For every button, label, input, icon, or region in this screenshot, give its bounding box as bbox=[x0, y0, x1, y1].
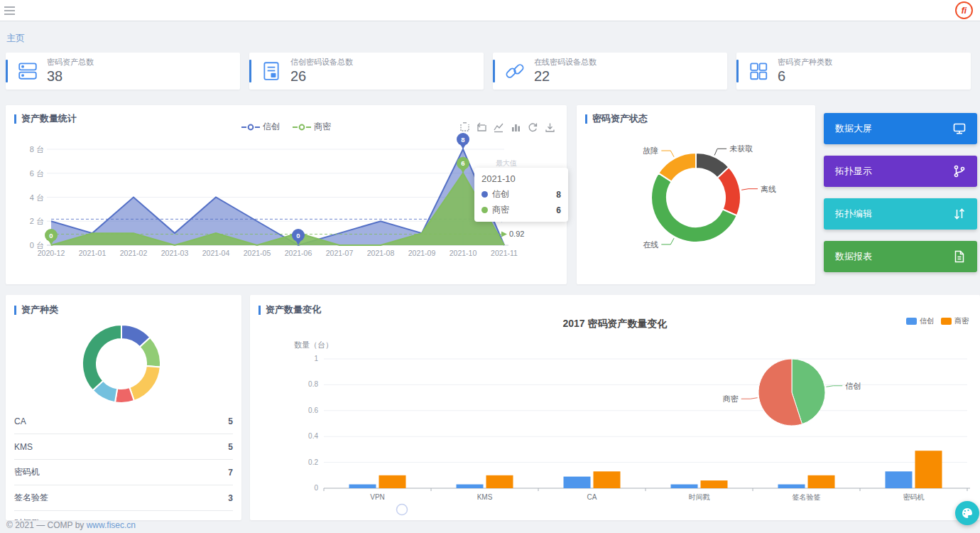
svg-text:2021-11: 2021-11 bbox=[491, 249, 518, 257]
svg-text:0.4: 0.4 bbox=[308, 432, 318, 440]
line-switch-icon[interactable] bbox=[494, 122, 504, 133]
panel-title: 资产种类 bbox=[21, 303, 58, 316]
zoom-reset-icon[interactable] bbox=[477, 122, 487, 133]
svg-text:0.6: 0.6 bbox=[308, 407, 318, 414]
tooltip-row: 商密6 bbox=[481, 204, 561, 216]
brand-logo-icon[interactable]: fi bbox=[955, 1, 973, 19]
legend-item-xinchuang[interactable]: 信创 bbox=[906, 316, 934, 326]
stat-value: 22 bbox=[534, 68, 597, 85]
list-item: CA5 bbox=[14, 409, 233, 434]
svg-text:2021-07: 2021-07 bbox=[326, 249, 354, 257]
panel-header: 资产数量变化 bbox=[258, 303, 321, 316]
line-marker-icon bbox=[293, 124, 311, 131]
svg-text:故障: 故障 bbox=[643, 146, 658, 155]
svg-text:0.8: 0.8 bbox=[308, 380, 318, 388]
svg-text:2021-04: 2021-04 bbox=[202, 249, 230, 257]
svg-text:1: 1 bbox=[314, 355, 318, 362]
svg-text:CA: CA bbox=[587, 493, 597, 501]
tooltip-date: 2021-10 bbox=[481, 173, 561, 184]
asset-type-list: CA5 KMS5 密码机7 签名验签3 时间戳4 bbox=[14, 409, 233, 520]
list-item: 密码机7 bbox=[14, 460, 233, 485]
button-topology-edit[interactable]: 拓扑编辑 bbox=[824, 198, 977, 230]
svg-text:KMS: KMS bbox=[477, 493, 493, 501]
svg-text:2021-06: 2021-06 bbox=[285, 249, 312, 257]
card-accent bbox=[249, 60, 251, 82]
download-icon[interactable] bbox=[545, 122, 555, 133]
svg-text:密码机: 密码机 bbox=[903, 493, 925, 501]
svg-text:商密: 商密 bbox=[723, 394, 739, 403]
svg-text:0.92: 0.92 bbox=[509, 230, 524, 238]
button-data-screen[interactable]: 数据大屏 bbox=[824, 113, 977, 144]
button-topology-view[interactable]: 拓扑显示 bbox=[824, 156, 977, 187]
monitor-icon bbox=[953, 122, 966, 135]
asset-types-donut-chart[interactable] bbox=[6, 316, 241, 412]
svg-text:2021-03: 2021-03 bbox=[161, 249, 189, 257]
zoom-select-icon[interactable] bbox=[459, 122, 470, 133]
svg-text:0: 0 bbox=[296, 232, 300, 239]
palette-icon bbox=[961, 507, 974, 519]
title-accent bbox=[258, 306, 261, 315]
svg-text:8 台: 8 台 bbox=[30, 145, 44, 154]
swatch-icon bbox=[941, 318, 952, 325]
theme-switcher-button[interactable] bbox=[955, 501, 979, 525]
legend-item-shangmi[interactable]: 商密 bbox=[293, 121, 331, 133]
title-accent bbox=[585, 114, 587, 124]
swatch-icon bbox=[906, 318, 917, 325]
card-accent bbox=[6, 60, 8, 82]
svg-text:VPN: VPN bbox=[370, 493, 385, 501]
stat-card-xinchuang-devices: 信创密码设备总数 26 bbox=[249, 53, 484, 90]
list-item: 时间戳4 bbox=[14, 511, 233, 520]
footer-link[interactable]: www.fisec.cn bbox=[87, 520, 136, 530]
panel-title: 密码资产状态 bbox=[592, 112, 648, 125]
list-item: 签名验签3 bbox=[14, 485, 233, 511]
svg-text:0.2: 0.2 bbox=[308, 458, 318, 466]
panel-asset-status: 密码资产状态 未获取离线在线故障 bbox=[577, 105, 815, 284]
bar-switch-icon[interactable] bbox=[511, 122, 521, 133]
footer: © 2021 — COMP by www.fisec.cn bbox=[6, 520, 136, 530]
bar-chart-legend: 信创 商密 bbox=[906, 316, 969, 326]
document-icon bbox=[261, 60, 282, 82]
stat-label: 密码资产种类数 bbox=[778, 58, 832, 67]
svg-text:2 台: 2 台 bbox=[30, 217, 44, 225]
legend-item-shangmi[interactable]: 商密 bbox=[941, 316, 969, 326]
svg-text:在线: 在线 bbox=[643, 240, 658, 249]
stat-value: 6 bbox=[778, 68, 832, 85]
svg-text:2021-02: 2021-02 bbox=[120, 249, 148, 257]
bar-chart-title: 2017 密码资产数量变化 bbox=[250, 318, 980, 330]
svg-text:最大值: 最大值 bbox=[496, 159, 517, 167]
svg-text:签名验签: 签名验签 bbox=[793, 493, 821, 501]
svg-text:0: 0 bbox=[314, 484, 318, 492]
svg-text:4 台: 4 台 bbox=[30, 193, 44, 202]
list-item: KMS5 bbox=[14, 434, 233, 460]
svg-text:2021-10: 2021-10 bbox=[450, 249, 477, 257]
card-accent bbox=[493, 60, 495, 82]
asset-change-bar-chart[interactable]: 数量（台）00.20.40.60.81VPNKMSCA时间戳签名验签密码机信创商… bbox=[250, 338, 980, 517]
hamburger-menu-icon[interactable] bbox=[4, 6, 15, 15]
line-marker-icon bbox=[241, 124, 260, 131]
stat-card-total-assets: 密码资产总数 38 bbox=[6, 53, 240, 90]
stat-label: 信创密码设备总数 bbox=[290, 58, 353, 67]
button-data-report[interactable]: 数据报表 bbox=[824, 241, 977, 272]
tooltip-row: 信创8 bbox=[481, 188, 561, 200]
series-dot-icon bbox=[481, 207, 488, 213]
svg-text:6 台: 6 台 bbox=[30, 169, 44, 178]
top-navbar: fi bbox=[0, 0, 980, 21]
svg-text:8: 8 bbox=[461, 136, 464, 144]
refresh-icon[interactable] bbox=[528, 122, 538, 133]
legend-item-xinchuang[interactable]: 信创 bbox=[241, 121, 280, 133]
breadcrumb-home[interactable]: 主页 bbox=[6, 32, 25, 45]
svg-text:2021-05: 2021-05 bbox=[244, 249, 271, 257]
swap-arrows-icon bbox=[953, 208, 966, 220]
chart-tooltip: 2021-10 信创8 商密6 bbox=[474, 168, 568, 222]
series-dot-icon bbox=[481, 191, 488, 198]
panel-header: 资产种类 bbox=[14, 303, 58, 316]
svg-text:离线: 离线 bbox=[761, 185, 776, 193]
link-icon bbox=[504, 60, 526, 82]
grid-icon bbox=[748, 60, 769, 82]
stat-label: 在线密码设备总数 bbox=[534, 58, 597, 67]
asset-status-donut-chart[interactable]: 未获取离线在线故障 bbox=[577, 126, 815, 281]
svg-text:未获取: 未获取 bbox=[729, 144, 753, 153]
panel-asset-count-statistics: 资产数量统计 信创 商密 0 台2 台4 台6 台8 台2020-122021-… bbox=[6, 105, 567, 284]
svg-text:2021-09: 2021-09 bbox=[408, 249, 436, 257]
svg-text:信创: 信创 bbox=[845, 382, 861, 390]
